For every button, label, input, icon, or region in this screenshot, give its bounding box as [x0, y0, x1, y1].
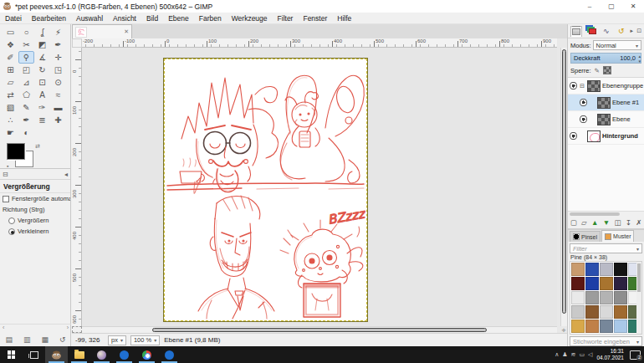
pattern-swatch[interactable]	[571, 320, 585, 333]
clock[interactable]: 16:31 04.07.2021	[596, 348, 624, 361]
horizontal-scrollbar[interactable]	[82, 326, 557, 333]
ink-tool[interactable]: ✒	[18, 114, 34, 126]
pattern-swatch[interactable]	[614, 291, 627, 304]
heal-tool[interactable]: ✚	[50, 114, 66, 126]
canvas-viewport[interactable]: BZzzz !	[82, 48, 557, 327]
foreground-color-swatch[interactable]	[7, 143, 25, 160]
layer-row[interactable]: Ebene #1	[568, 95, 644, 111]
scissors-select-tool[interactable]: ✂	[18, 38, 34, 51]
tab-channels[interactable]	[585, 26, 597, 37]
flip-tool[interactable]: ⇄	[3, 89, 18, 101]
tag-filter-input[interactable]: Stichworte eingeben ▾	[570, 336, 642, 346]
pattern-scrollbar[interactable]	[636, 262, 641, 334]
quick-mask-toggle[interactable]	[72, 326, 82, 333]
menu-item[interactable]: Auswahl	[71, 14, 108, 23]
zoom-direction-radio[interactable]	[8, 228, 15, 235]
pattern-swatch[interactable]	[585, 263, 599, 276]
tab-pinsel[interactable]: Pinsel	[570, 231, 601, 242]
tray-expand-icon[interactable]: ∧	[555, 351, 559, 358]
layer-name[interactable]: Ebene	[612, 115, 631, 123]
lower-layer-button[interactable]: ▼	[603, 218, 610, 227]
gimp-taskbar-icon[interactable]	[45, 346, 68, 363]
vertical-scrollbar[interactable]	[560, 48, 567, 327]
foreground-select-tool[interactable]: ◩	[34, 38, 50, 51]
pattern-swatch[interactable]	[614, 305, 627, 319]
restore-tool-preset-button[interactable]: ▥	[23, 335, 31, 344]
layer-mode-select[interactable]: Normal ▾	[593, 40, 641, 50]
zoom-direction-radio[interactable]	[8, 217, 15, 224]
horizontal-ruler[interactable]: -200-1000100200300400500600700800900	[82, 38, 557, 48]
spinner-arrows[interactable]: ▴▾	[638, 54, 641, 64]
group-expander-icon[interactable]: ⊟	[579, 83, 585, 89]
tab-paths[interactable]: ∿	[601, 26, 612, 37]
pattern-swatch[interactable]	[614, 263, 627, 276]
menu-item[interactable]: Ebene	[163, 14, 194, 23]
pattern-swatch[interactable]	[571, 277, 585, 290]
layer-name[interactable]: Ebenengruppe	[602, 82, 643, 89]
menu-item[interactable]: Hilfe	[332, 14, 356, 23]
scale-tool[interactable]: ◳	[50, 64, 66, 76]
tray-network-icon[interactable]: ▭	[579, 351, 585, 358]
new-layer-group-button[interactable]: ▱	[581, 218, 587, 227]
pattern-swatch[interactable]	[614, 320, 627, 333]
unified-transform-tool[interactable]: ⊡	[34, 76, 50, 89]
pencil-tool[interactable]: ✎	[18, 101, 34, 114]
layer-row[interactable]: Hintergrund	[568, 128, 644, 145]
tab-muster[interactable]: Muster	[601, 230, 634, 242]
tab-layers[interactable]	[570, 26, 582, 37]
swap-colors-icon[interactable]: ⇄	[35, 143, 40, 150]
notification-center-icon[interactable]: 2	[630, 350, 641, 360]
zoom-tool[interactable]: ⚲	[18, 51, 34, 64]
pattern-swatch[interactable]	[628, 334, 641, 335]
clone-tool[interactable]: ≣	[34, 114, 50, 126]
opacity-slider[interactable]: Deckkraft 100,0 ▴▾	[570, 53, 641, 64]
scroll-right-icon[interactable]: ›	[67, 325, 69, 332]
pattern-swatch[interactable]	[600, 263, 613, 276]
measure-tool[interactable]: ∡	[34, 51, 50, 64]
eraser-tool[interactable]: ▬	[50, 101, 66, 114]
pattern-swatch[interactable]	[600, 305, 613, 319]
image-tab-close-icon[interactable]: ✕	[124, 28, 129, 35]
pattern-swatch[interactable]	[600, 334, 613, 335]
tray-people-icon[interactable]: ♟	[562, 351, 567, 358]
menu-item[interactable]: Ansicht	[108, 14, 141, 23]
lock-alpha-icon[interactable]	[603, 66, 611, 74]
tray-volume-icon[interactable]: ◁	[588, 351, 592, 358]
pattern-swatch[interactable]	[600, 320, 613, 333]
free-select-tool[interactable]: ʆ	[34, 26, 50, 38]
rectangle-select-tool[interactable]: ▭	[3, 26, 18, 38]
image-canvas[interactable]: BZzzz !	[164, 59, 367, 321]
start-button[interactable]	[0, 346, 23, 363]
paths-tool[interactable]: ✒	[50, 38, 66, 51]
dock-menu-icon[interactable]: ⊡	[636, 28, 641, 34]
task-view-button[interactable]	[23, 346, 45, 363]
layer-name[interactable]: Hintergrund	[602, 132, 638, 140]
delete-layer-button[interactable]: ✗	[636, 218, 641, 227]
layer-name[interactable]: Ebene #1	[612, 99, 639, 106]
navigation-button[interactable]: ✛	[560, 326, 567, 333]
dock-collapse-icon[interactable]: ◂	[64, 171, 68, 178]
layer-list-scrollbar[interactable]	[568, 211, 644, 217]
pattern-swatch[interactable]	[571, 305, 585, 319]
visibility-eye-icon[interactable]	[580, 115, 587, 123]
pattern-swatch[interactable]	[585, 320, 599, 333]
pattern-swatch[interactable]	[571, 263, 585, 276]
paintbrush-tool[interactable]: ✑	[34, 101, 50, 114]
merge-layer-button[interactable]: ↧	[626, 218, 631, 227]
tab-overflow-icon[interactable]: ▸	[631, 28, 634, 34]
visibility-eye-icon[interactable]	[570, 82, 577, 89]
tool-options-tab-icon[interactable]: ⊟	[3, 171, 8, 178]
menu-item[interactable]: Bearbeiten	[27, 14, 71, 23]
chrome-taskbar-icon[interactable]	[135, 346, 158, 363]
crop-tool[interactable]: ◰	[18, 64, 34, 76]
fuzzy-select-tool[interactable]: ⚡	[50, 26, 66, 38]
check-app-taskbar-icon-1[interactable]	[113, 346, 135, 363]
maximize-button[interactable]: ▢	[601, 0, 622, 13]
menu-item[interactable]: Bild	[141, 14, 163, 23]
gradient-tool[interactable]: ▧	[3, 101, 18, 114]
new-layer-button[interactable]: ▢	[570, 218, 577, 227]
vertical-ruler[interactable]: 0100200300400500600	[72, 48, 82, 327]
menu-item[interactable]: Fenster	[298, 14, 332, 23]
menu-item[interactable]: Farben	[194, 14, 227, 23]
text-tool[interactable]: A	[34, 89, 50, 101]
